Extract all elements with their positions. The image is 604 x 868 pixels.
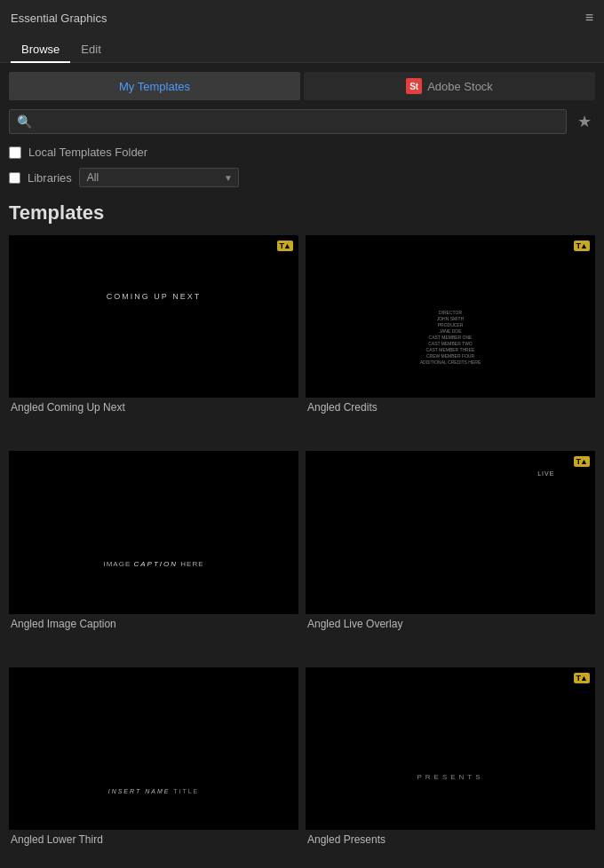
thumbnail: COMING UP NEXT T▲ — [9, 235, 298, 398]
template-name: Angled Coming Up Next — [9, 398, 298, 419]
template-badge: T▲ — [574, 241, 590, 251]
thumb-overlay-text: COMING UP NEXT — [107, 292, 201, 301]
template-badge: T▲ — [277, 241, 293, 251]
list-item[interactable]: COMING UP NEXT T▲ Angled Coming Up Next — [9, 235, 298, 444]
search-input[interactable] — [37, 115, 559, 129]
template-badge: T▲ — [574, 456, 590, 467]
thumbnail: LIVE T▲ — [306, 451, 595, 613]
libraries-checkbox[interactable] — [9, 172, 20, 184]
search-icon: 🔍 — [17, 114, 32, 129]
template-name: Angled Presents — [306, 830, 595, 851]
app-title: Essential Graphics — [11, 12, 107, 25]
header: Essential Graphics ≡ — [0, 0, 604, 36]
local-templates-folder-label: Local Templates Folder — [28, 146, 147, 159]
libraries-select-wrap: All ▼ — [79, 168, 239, 187]
favorites-button[interactable]: ★ — [574, 110, 595, 133]
adobe-stock-label: Adobe Stock — [427, 80, 493, 93]
local-templates-folder-row: Local Templates Folder — [0, 141, 604, 163]
thumb-overlay-text: IMAGE CAPTION HERE — [103, 560, 203, 568]
thumbnail: DIRECTORJOHN SMITHPRODUCERJANE DOECAST M… — [306, 235, 595, 398]
thumbnail: PRESENTS T▲ — [306, 667, 595, 830]
adobe-stock-button[interactable]: St Adobe Stock — [304, 72, 595, 100]
libraries-row: Libraries All ▼ — [0, 163, 604, 196]
adobe-stock-icon: St — [406, 78, 422, 94]
tab-edit[interactable]: Edit — [70, 36, 111, 63]
template-grid: COMING UP NEXT T▲ Angled Coming Up Next … — [0, 228, 604, 868]
list-item[interactable]: LIVE T▲ Angled Live Overlay — [306, 451, 595, 659]
template-name: Angled Live Overlay — [306, 614, 595, 635]
menu-icon[interactable]: ≡ — [585, 10, 593, 26]
thumb-overlay-text: INSERT NAME TITLE — [108, 788, 200, 794]
thumb-overlay-text: PRESENTS — [417, 773, 483, 781]
search-row: 🔍 ★ — [0, 109, 604, 141]
thumb-overlay-text: LIVE — [537, 470, 554, 477]
search-input-wrap: 🔍 — [9, 109, 567, 134]
list-item[interactable]: INSERT NAME TITLE Angled Lower Third — [9, 667, 298, 868]
section-title: Templates — [9, 201, 595, 225]
list-item[interactable]: DIRECTORJOHN SMITHPRODUCERJANE DOECAST M… — [306, 235, 595, 444]
list-item[interactable]: IMAGE CAPTION HERE Angled Image Caption — [9, 451, 298, 659]
thumb-overlay-text: DIRECTORJOHN SMITHPRODUCERJANE DOECAST M… — [420, 310, 481, 366]
list-item[interactable]: PRESENTS T▲ Angled Presents — [306, 667, 595, 868]
tab-bar: Browse Edit — [0, 36, 604, 63]
thumbnail: IMAGE CAPTION HERE — [9, 451, 298, 613]
section-label-wrap: Templates — [0, 196, 604, 228]
local-templates-folder-checkbox[interactable] — [9, 146, 21, 159]
tab-browse[interactable]: Browse — [11, 36, 70, 63]
libraries-dropdown[interactable]: All — [79, 168, 239, 187]
template-name: Angled Credits — [306, 398, 595, 419]
my-templates-button[interactable]: My Templates — [9, 72, 300, 100]
libraries-label: Libraries — [28, 171, 72, 185]
thumbnail: INSERT NAME TITLE — [9, 667, 298, 830]
template-name: Angled Image Caption — [9, 614, 298, 635]
template-badge: T▲ — [574, 673, 590, 683]
view-toggle-row: My Templates St Adobe Stock — [0, 63, 604, 109]
template-name: Angled Lower Third — [9, 830, 298, 851]
